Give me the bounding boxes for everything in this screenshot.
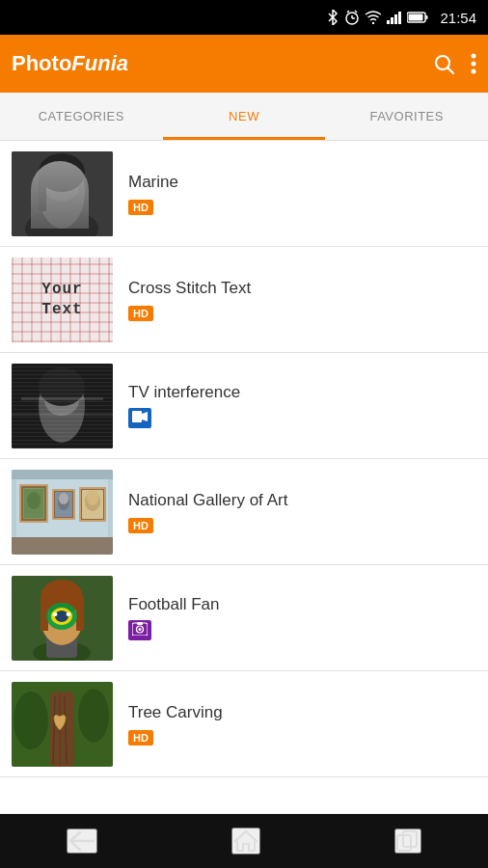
svg-rect-25 <box>12 364 113 448</box>
svg-point-73 <box>14 692 48 749</box>
svg-point-46 <box>59 493 68 504</box>
svg-point-21 <box>44 171 79 202</box>
svg-point-5 <box>372 22 374 24</box>
bottom-nav <box>0 814 488 868</box>
video-badge <box>128 408 151 428</box>
wifi-icon <box>365 11 382 24</box>
hd-badge: HD <box>128 730 153 746</box>
photo-badge-icon <box>132 622 148 636</box>
more-options-icon <box>471 53 476 74</box>
items-list: Marine HD YourText Cross Stitch Text HD <box>0 141 488 814</box>
item-title: TV interference <box>128 383 476 402</box>
list-item[interactable]: National Gallery of Art HD <box>0 459 488 565</box>
svg-line-3 <box>347 11 349 13</box>
svg-point-22 <box>39 153 85 192</box>
svg-point-17 <box>472 69 476 74</box>
signal-icon <box>387 11 402 24</box>
tabs-bar: CATEGORIES NEW FAVORITES <box>0 93 488 141</box>
status-time: 21:54 <box>440 10 476 26</box>
svg-rect-24 <box>12 364 113 448</box>
list-item[interactable]: Tree Carving HD <box>0 671 488 777</box>
menu-button[interactable] <box>471 53 476 74</box>
tab-categories[interactable]: CATEGORIES <box>0 93 163 140</box>
svg-rect-35 <box>12 537 113 555</box>
item-thumbnail-football <box>12 576 113 661</box>
hd-badge: HD <box>128 306 153 321</box>
svg-line-14 <box>448 68 454 74</box>
svg-rect-12 <box>409 14 423 21</box>
svg-rect-6 <box>387 20 390 24</box>
item-title: Football Fan <box>128 595 476 614</box>
list-item[interactable]: TV interference <box>0 353 488 459</box>
svg-point-19 <box>25 209 98 236</box>
item-title: National Gallery of Art <box>128 491 476 510</box>
app-bar: Photo Funia <box>0 35 488 93</box>
back-button[interactable] <box>67 828 97 854</box>
svg-point-61 <box>55 610 68 622</box>
svg-point-63 <box>67 612 71 616</box>
svg-point-27 <box>44 385 79 416</box>
marine-thumbnail <box>12 151 113 236</box>
svg-point-74 <box>78 689 109 743</box>
svg-rect-8 <box>394 14 397 24</box>
item-thumbnail-marine <box>12 151 113 236</box>
item-title: Marine <box>128 173 476 192</box>
svg-point-41 <box>27 492 41 509</box>
search-button[interactable] <box>432 52 455 75</box>
svg-rect-31 <box>132 411 142 422</box>
item-title: Cross Stitch Text <box>128 279 476 298</box>
svg-rect-67 <box>137 622 143 625</box>
item-info-tv: TV interference <box>128 383 476 428</box>
svg-point-66 <box>139 628 142 631</box>
item-thumbnail-tv <box>12 364 113 448</box>
item-info-marine: Marine HD <box>128 173 476 215</box>
tv-thumbnail <box>12 364 113 448</box>
svg-rect-58 <box>76 597 84 631</box>
item-title: Tree Carving <box>128 703 476 722</box>
svg-rect-29 <box>21 397 103 400</box>
svg-point-15 <box>472 54 476 59</box>
list-item[interactable]: YourText Cross Stitch Text HD <box>0 247 488 353</box>
svg-rect-9 <box>398 12 401 24</box>
svg-rect-23 <box>39 173 46 211</box>
app-logo: Photo Funia <box>12 51 128 76</box>
home-button[interactable] <box>231 827 260 854</box>
hd-badge: HD <box>128 518 153 533</box>
svg-point-16 <box>472 62 476 67</box>
search-icon <box>432 52 455 75</box>
status-bar: 21:54 <box>0 0 488 35</box>
svg-point-26 <box>39 369 85 443</box>
svg-point-28 <box>39 367 85 406</box>
svg-marker-32 <box>142 412 148 421</box>
item-thumbnail-tree <box>12 682 113 767</box>
battery-icon <box>407 12 428 23</box>
list-item[interactable]: Football Fan <box>0 565 488 671</box>
svg-rect-7 <box>391 17 393 24</box>
bluetooth-icon <box>326 10 339 25</box>
svg-point-51 <box>87 490 98 505</box>
tab-favorites[interactable]: FAVORITES <box>325 93 488 140</box>
svg-rect-30 <box>12 414 113 416</box>
tab-new[interactable]: NEW <box>163 93 326 140</box>
alarm-icon <box>344 10 360 25</box>
svg-marker-76 <box>235 831 257 851</box>
svg-rect-11 <box>426 15 428 19</box>
logo-photo: Photo <box>12 51 71 76</box>
item-thumbnail-gallery <box>12 470 113 555</box>
item-info-football: Football Fan <box>128 595 476 640</box>
hd-badge: HD <box>128 200 153 215</box>
home-icon <box>233 829 258 853</box>
recents-button[interactable] <box>394 828 421 854</box>
item-info-tree: Tree Carving HD <box>128 703 476 746</box>
list-item[interactable]: Marine HD <box>0 141 488 247</box>
svg-rect-36 <box>12 470 113 479</box>
app-bar-actions <box>432 52 476 75</box>
back-icon <box>68 830 95 852</box>
item-info-gallery: National Gallery of Art HD <box>128 491 476 533</box>
video-icon <box>132 410 148 423</box>
crossstitch-preview-text: YourText <box>41 280 82 320</box>
item-thumbnail-crossstitch: YourText <box>12 258 113 342</box>
photo-badge <box>128 620 151 640</box>
item-info-crossstitch: Cross Stitch Text HD <box>128 279 476 321</box>
recents-icon <box>396 830 420 852</box>
